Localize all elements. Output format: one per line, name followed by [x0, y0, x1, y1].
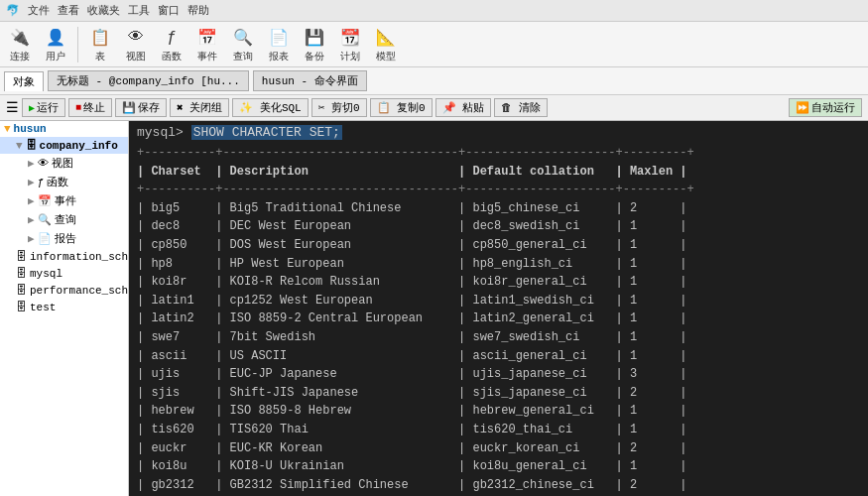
- run-button[interactable]: ▶ 运行: [22, 98, 65, 117]
- beautify-button[interactable]: ✨ 美化SQL: [232, 98, 308, 117]
- schedule-button[interactable]: 📆 计划: [334, 24, 366, 65]
- query-icon: 🔍: [231, 26, 255, 50]
- backup-button[interactable]: 💾 备份: [299, 24, 330, 65]
- sidebar-item-views[interactable]: ▶ 👁 视图: [0, 154, 128, 173]
- query-command: SHOW CHARACTER SET;: [191, 125, 342, 140]
- event-item-label: 事件: [55, 193, 76, 208]
- cut-button[interactable]: ✂ 剪切0: [311, 98, 367, 117]
- views-expand-icon: ▶: [28, 157, 35, 170]
- view-button[interactable]: 👁 视图: [120, 24, 152, 65]
- action-toolbar: ☰ ▶ 运行 ■ 终止 💾 保存 ✖ 关闭组 ✨ 美化SQL ✂ 剪切0 📋 复…: [0, 95, 868, 121]
- sidebar-item-queries[interactable]: ▶ 🔍 查询: [0, 210, 128, 229]
- close-group-button[interactable]: ✖ 关闭组: [170, 98, 229, 117]
- tab-bar: 对象 无标题 - @company_info [hu... husun - 命令…: [0, 67, 868, 95]
- result-area[interactable]: +----------+----------------------------…: [129, 144, 868, 496]
- query-item-icon: 🔍: [38, 213, 52, 226]
- mysql-db-label: mysql: [30, 268, 62, 280]
- paste-button[interactable]: 📌 粘贴: [435, 98, 492, 117]
- connect-button[interactable]: 🔌 连接: [4, 24, 36, 65]
- report-button[interactable]: 📄 报表: [263, 24, 295, 65]
- mysql-db-icon: 🗄: [16, 267, 27, 280]
- sidebar-db-info-schema[interactable]: 🗄 information_schema: [0, 248, 128, 265]
- func-icon: ƒ: [38, 177, 45, 188]
- menu-help[interactable]: 帮助: [187, 3, 209, 18]
- list-icon: ☰: [6, 99, 19, 116]
- connection-icon: ▼: [4, 123, 11, 135]
- menu-favorites[interactable]: 收藏夹: [87, 3, 120, 18]
- db-label: company_info: [40, 140, 118, 152]
- table-button[interactable]: 📋 表: [84, 24, 116, 65]
- report-icon: 📄: [267, 26, 291, 50]
- menu-tools[interactable]: 工具: [128, 3, 150, 18]
- sidebar-db-company[interactable]: ▼ 🗄 company_info: [0, 137, 128, 154]
- model-button[interactable]: 📐 模型: [370, 24, 402, 65]
- query-item-label: 查询: [55, 212, 76, 227]
- test-db-icon: 🗄: [16, 301, 27, 313]
- main-toolbar: 🔌 连接 👤 用户 📋 表 👁 视图 ƒ 函数 📅 事件 🔍 查询 📄 报表 💾…: [0, 22, 868, 67]
- schedule-icon: 📆: [338, 26, 362, 50]
- query-expand-icon: ▶: [28, 213, 35, 226]
- clear-button[interactable]: 🗑 清除: [494, 98, 548, 117]
- save-button[interactable]: 💾 保存: [115, 98, 167, 117]
- event-item-icon: 📅: [38, 194, 52, 207]
- main-area: ▼ husun ▼ 🗄 company_info ▶ 👁 视图 ▶ ƒ 函数 ▶…: [0, 121, 868, 496]
- info-schema-label: information_schema: [30, 251, 129, 263]
- copy-button[interactable]: 📋 复制0: [370, 98, 433, 117]
- event-expand-icon: ▶: [28, 194, 35, 207]
- info-schema-icon: 🗄: [16, 250, 27, 263]
- connect-icon: 🔌: [8, 26, 32, 50]
- stop-icon: ■: [75, 102, 81, 113]
- perf-schema-icon: 🗄: [16, 284, 27, 297]
- views-label: 视图: [52, 156, 73, 171]
- sidebar-connection[interactable]: ▼ husun: [0, 121, 128, 137]
- query-area[interactable]: mysql> SHOW CHARACTER SET;: [129, 121, 868, 144]
- sidebar-db-test[interactable]: 🗄 test: [0, 299, 128, 315]
- test-db-label: test: [30, 302, 56, 313]
- stop-button[interactable]: ■ 终止: [68, 98, 112, 117]
- menu-view[interactable]: 查看: [58, 3, 79, 18]
- views-icon: 👁: [38, 157, 49, 170]
- tab-object[interactable]: 对象: [4, 71, 44, 91]
- title-bar: 🐬 文件 查看 收藏夹 工具 窗口 帮助: [0, 0, 868, 22]
- tab-query[interactable]: 无标题 - @company_info [hu...: [48, 70, 249, 91]
- menu-window[interactable]: 窗口: [158, 3, 180, 18]
- event-icon: 📅: [195, 26, 219, 50]
- event-button[interactable]: 📅 事件: [191, 24, 223, 65]
- view-icon: 👁: [124, 26, 148, 50]
- sidebar-db-mysql[interactable]: 🗄 mysql: [0, 265, 128, 282]
- user-button[interactable]: 👤 用户: [40, 24, 71, 65]
- db-icon: 🗄: [26, 139, 37, 152]
- table-icon: 📋: [88, 26, 112, 50]
- app-icon: 🐬: [6, 4, 20, 17]
- tab-command[interactable]: husun - 命令界面: [253, 70, 367, 91]
- toolbar-separator: [77, 27, 78, 62]
- auto-run-icon: ⏩: [796, 101, 809, 114]
- report-item-label: 报告: [55, 231, 76, 246]
- sidebar-item-events[interactable]: ▶ 📅 事件: [0, 191, 128, 210]
- func-label: 函数: [47, 175, 68, 189]
- model-icon: 📐: [374, 26, 398, 50]
- sidebar-item-functions[interactable]: ▶ ƒ 函数: [0, 173, 128, 191]
- connection-label: husun: [14, 123, 47, 135]
- report-expand-icon: ▶: [28, 232, 35, 245]
- content-panel: mysql> SHOW CHARACTER SET; +----------+-…: [129, 121, 868, 496]
- run-icon: ▶: [29, 102, 35, 114]
- sidebar-item-reports[interactable]: ▶ 📄 报告: [0, 229, 128, 248]
- func-expand-icon: ▶: [28, 176, 35, 188]
- perf-schema-label: performance_schema: [30, 285, 129, 297]
- function-button[interactable]: ƒ 函数: [156, 24, 187, 65]
- auto-run-button[interactable]: ⏩ 自动运行: [789, 98, 862, 117]
- db-expand-icon: ▼: [16, 140, 23, 152]
- query-button[interactable]: 🔍 查询: [227, 24, 259, 65]
- mysql-prompt: mysql>: [137, 125, 184, 140]
- sidebar: ▼ husun ▼ 🗄 company_info ▶ 👁 视图 ▶ ƒ 函数 ▶…: [0, 121, 129, 496]
- backup-icon: 💾: [303, 26, 326, 50]
- sidebar-db-perf-schema[interactable]: 🗄 performance_schema: [0, 282, 128, 299]
- user-icon: 👤: [44, 26, 67, 50]
- report-item-icon: 📄: [38, 232, 52, 245]
- function-icon: ƒ: [160, 26, 184, 50]
- menu-file[interactable]: 文件: [28, 3, 50, 18]
